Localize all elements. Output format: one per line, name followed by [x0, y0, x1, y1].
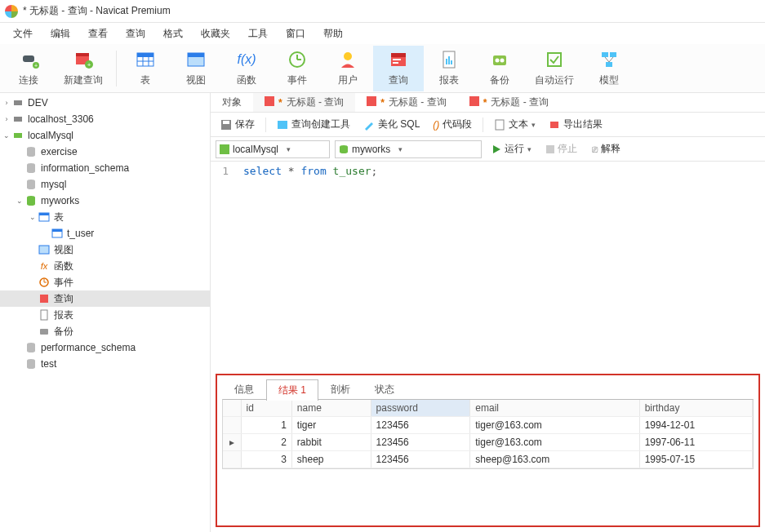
- tree-item[interactable]: ⌄myworks: [0, 193, 210, 209]
- cell[interactable]: tiger@163.com: [470, 417, 639, 434]
- tab-query-3[interactable]: *无标题 - 查询: [458, 93, 560, 112]
- cell[interactable]: 123456: [371, 434, 470, 451]
- expand-arrow-icon[interactable]: ⌄: [2, 131, 11, 140]
- tool-new-query[interactable]: +新建查询: [54, 46, 113, 91]
- svg-rect-4: [76, 53, 89, 56]
- menu-favorites[interactable]: 收藏夹: [193, 24, 238, 44]
- cell[interactable]: 1995-07-15: [639, 451, 752, 468]
- query-tab-icon: [469, 96, 479, 109]
- tool-connect[interactable]: +连接: [3, 46, 54, 91]
- database-combo[interactable]: myworks▾: [335, 140, 482, 158]
- menu-view[interactable]: 查看: [80, 24, 116, 44]
- tool-model[interactable]: 模型: [584, 46, 634, 91]
- cell[interactable]: tiger@163.com: [470, 434, 639, 451]
- plug-icon: +: [18, 49, 39, 70]
- column-header[interactable]: id: [241, 400, 291, 417]
- svg-rect-20: [391, 53, 406, 57]
- text-button[interactable]: 文本▾: [489, 115, 540, 134]
- menu-format[interactable]: 格式: [155, 24, 191, 44]
- tab-query-1[interactable]: *无标题 - 查询: [253, 93, 355, 112]
- tree-item[interactable]: mysql: [0, 176, 210, 193]
- cell[interactable]: 1997-06-11: [639, 434, 752, 451]
- tree-item[interactable]: ⌄表: [0, 209, 210, 225]
- table-icon: [51, 227, 64, 240]
- tab-profile[interactable]: 剖析: [318, 379, 362, 400]
- tree-item[interactable]: 报表: [0, 307, 210, 323]
- cell[interactable]: 123456: [371, 417, 470, 434]
- tab-status[interactable]: 状态: [362, 379, 407, 400]
- tool-view[interactable]: 视图: [171, 46, 221, 91]
- expand-arrow-icon[interactable]: ⌄: [15, 197, 24, 205]
- tree-item[interactable]: ›DEV: [0, 95, 210, 111]
- result-panel: 信息 结果 1 剖析 状态 idnamepasswordemailbirthda…: [216, 374, 760, 527]
- tree-item[interactable]: fx函数: [0, 258, 210, 274]
- menu-tools[interactable]: 工具: [240, 24, 276, 44]
- column-header[interactable]: password: [371, 400, 470, 417]
- tree-item[interactable]: performance_schema: [0, 339, 210, 356]
- tree-item[interactable]: exercise: [0, 144, 210, 160]
- cell[interactable]: sheep: [291, 451, 371, 468]
- tree-item[interactable]: 视图: [0, 242, 210, 258]
- tab-result[interactable]: 结果 1: [266, 379, 318, 401]
- cell[interactable]: tiger: [291, 417, 371, 434]
- tree-item[interactable]: test: [0, 356, 210, 372]
- tree-item[interactable]: ›localhost_3306: [0, 111, 210, 127]
- expand-arrow-icon[interactable]: ›: [2, 115, 11, 123]
- beautify-sql-button[interactable]: 美化 SQL: [358, 115, 425, 134]
- column-header[interactable]: email: [470, 400, 639, 417]
- tool-function[interactable]: f(x)函数: [221, 46, 272, 91]
- backup-icon: [38, 325, 51, 338]
- cell[interactable]: 1: [241, 417, 291, 434]
- tool-user[interactable]: 用户: [322, 46, 373, 91]
- tab-info[interactable]: 信息: [222, 379, 266, 400]
- column-header[interactable]: birthday: [639, 400, 752, 417]
- sql-editor[interactable]: 1 select * from t_user;: [211, 162, 765, 370]
- tree-item[interactable]: t_user: [0, 225, 210, 242]
- run-button[interactable]: 运行▾: [487, 140, 536, 158]
- tool-event[interactable]: 事件: [272, 46, 322, 91]
- result-grid[interactable]: idnamepasswordemailbirthday1tiger123456t…: [222, 399, 754, 469]
- cell[interactable]: 123456: [371, 451, 470, 468]
- tree-item[interactable]: 事件: [0, 274, 210, 290]
- chevron-down-icon: ▾: [282, 145, 291, 153]
- connection-combo[interactable]: localMysql▾: [216, 140, 330, 158]
- menu-file[interactable]: 文件: [5, 24, 41, 44]
- table-row[interactable]: ▸2rabbit123456tiger@163.com1997-06-11: [223, 434, 753, 451]
- tab-objects[interactable]: 对象: [211, 93, 253, 112]
- tree-item-label: myworks: [41, 195, 79, 206]
- expand-arrow-icon[interactable]: ›: [2, 99, 11, 107]
- snippet-button[interactable]: ()代码段: [428, 115, 477, 134]
- cell[interactable]: rabbit: [291, 434, 371, 451]
- column-header[interactable]: name: [291, 400, 371, 417]
- tool-autorun[interactable]: 自动运行: [525, 46, 584, 91]
- tool-backup[interactable]: 备份: [474, 46, 525, 91]
- db-icon: [24, 357, 38, 370]
- tree-item[interactable]: information_schema: [0, 160, 210, 176]
- tree-item[interactable]: ⌄localMysql: [0, 127, 210, 144]
- stop-button[interactable]: 停止: [541, 140, 582, 158]
- cell[interactable]: 1994-12-01: [639, 417, 752, 434]
- menu-query[interactable]: 查询: [118, 24, 153, 44]
- explain-button[interactable]: ⎚解释: [587, 140, 625, 158]
- tab-query-2[interactable]: *无标题 - 查询: [355, 93, 457, 112]
- export-result-button[interactable]: 导出结果: [544, 115, 607, 134]
- tool-report[interactable]: 报表: [424, 46, 474, 91]
- tool-query[interactable]: 查询: [373, 46, 424, 91]
- tool-table[interactable]: 表: [120, 46, 171, 91]
- tree-item[interactable]: 备份: [0, 323, 210, 339]
- tree-item-label: 备份: [54, 325, 73, 339]
- expand-arrow-icon[interactable]: ⌄: [28, 213, 38, 221]
- menu-edit[interactable]: 编辑: [42, 24, 78, 44]
- connection-tree[interactable]: ›DEV›localhost_3306⌄localMysqlexercisein…: [0, 93, 211, 532]
- save-button[interactable]: 保存: [216, 115, 260, 134]
- cell[interactable]: sheep@163.com: [470, 451, 639, 468]
- tree-item[interactable]: 查询: [0, 290, 210, 307]
- query-builder-button[interactable]: 查询创建工具: [272, 115, 355, 134]
- table-row[interactable]: 3sheep123456sheep@163.com1995-07-15: [223, 451, 753, 468]
- cell[interactable]: 3: [241, 451, 291, 468]
- svg-line-34: [605, 57, 609, 62]
- menu-window[interactable]: 窗口: [278, 24, 314, 44]
- menu-help[interactable]: 帮助: [315, 24, 351, 44]
- table-row[interactable]: 1tiger123456tiger@163.com1994-12-01: [223, 417, 753, 434]
- cell[interactable]: 2: [241, 434, 291, 451]
